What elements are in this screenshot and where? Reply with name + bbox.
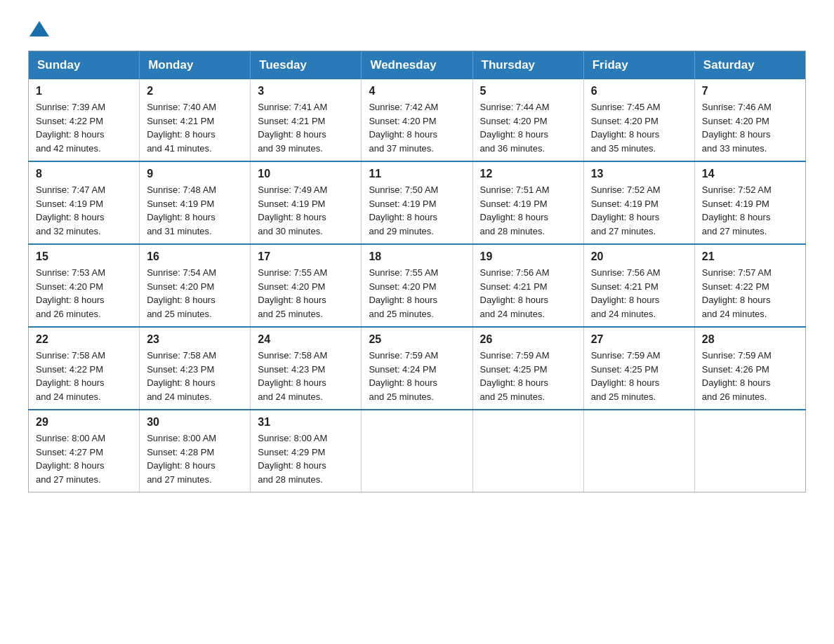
day-info: Sunrise: 7:52 AM Sunset: 4:19 PM Dayligh… bbox=[591, 183, 687, 238]
day-number: 19 bbox=[480, 250, 576, 263]
calendar-cell: 28 Sunrise: 7:59 AM Sunset: 4:26 PM Dayl… bbox=[694, 327, 805, 410]
day-number: 26 bbox=[480, 333, 576, 346]
day-number: 25 bbox=[369, 333, 465, 346]
day-info: Sunrise: 7:55 AM Sunset: 4:20 PM Dayligh… bbox=[369, 266, 465, 321]
day-info: Sunrise: 7:55 AM Sunset: 4:20 PM Dayligh… bbox=[258, 266, 354, 321]
calendar-cell: 27 Sunrise: 7:59 AM Sunset: 4:25 PM Dayl… bbox=[583, 327, 694, 410]
day-info: Sunrise: 7:46 AM Sunset: 4:20 PM Dayligh… bbox=[702, 100, 798, 155]
day-number: 13 bbox=[591, 168, 687, 180]
day-number: 29 bbox=[36, 416, 132, 429]
calendar-week-row: 22 Sunrise: 7:58 AM Sunset: 4:22 PM Dayl… bbox=[29, 327, 806, 410]
calendar-cell bbox=[472, 410, 583, 492]
calendar-table: SundayMondayTuesdayWednesdayThursdayFrid… bbox=[28, 51, 806, 492]
calendar-cell bbox=[694, 410, 805, 492]
day-info: Sunrise: 7:42 AM Sunset: 4:20 PM Dayligh… bbox=[369, 100, 465, 155]
calendar-week-row: 15 Sunrise: 7:53 AM Sunset: 4:20 PM Dayl… bbox=[29, 244, 806, 327]
calendar-cell: 5 Sunrise: 7:44 AM Sunset: 4:20 PM Dayli… bbox=[472, 79, 583, 161]
day-info: Sunrise: 7:44 AM Sunset: 4:20 PM Dayligh… bbox=[480, 100, 576, 155]
calendar-cell: 16 Sunrise: 7:54 AM Sunset: 4:20 PM Dayl… bbox=[140, 244, 251, 327]
day-number: 18 bbox=[369, 250, 465, 263]
day-number: 22 bbox=[36, 333, 132, 346]
calendar-cell: 3 Sunrise: 7:41 AM Sunset: 4:21 PM Dayli… bbox=[251, 79, 362, 161]
day-info: Sunrise: 7:51 AM Sunset: 4:19 PM Dayligh… bbox=[480, 183, 576, 238]
day-info: Sunrise: 7:58 AM Sunset: 4:23 PM Dayligh… bbox=[258, 349, 354, 403]
weekday-header-monday: Monday bbox=[140, 51, 251, 80]
calendar-cell: 26 Sunrise: 7:59 AM Sunset: 4:25 PM Dayl… bbox=[472, 327, 583, 410]
calendar-cell: 24 Sunrise: 7:58 AM Sunset: 4:23 PM Dayl… bbox=[251, 327, 362, 410]
day-number: 27 bbox=[591, 333, 687, 346]
day-info: Sunrise: 7:57 AM Sunset: 4:22 PM Dayligh… bbox=[702, 266, 798, 321]
calendar-cell: 18 Sunrise: 7:55 AM Sunset: 4:20 PM Dayl… bbox=[362, 244, 472, 327]
calendar-week-row: 1 Sunrise: 7:39 AM Sunset: 4:22 PM Dayli… bbox=[29, 79, 806, 161]
calendar-cell: 25 Sunrise: 7:59 AM Sunset: 4:24 PM Dayl… bbox=[362, 327, 472, 410]
day-number: 2 bbox=[147, 85, 243, 98]
day-info: Sunrise: 7:49 AM Sunset: 4:19 PM Dayligh… bbox=[258, 183, 354, 238]
day-info: Sunrise: 7:59 AM Sunset: 4:25 PM Dayligh… bbox=[591, 349, 687, 403]
day-number: 9 bbox=[147, 168, 243, 180]
day-number: 16 bbox=[147, 250, 243, 263]
weekday-header-tuesday: Tuesday bbox=[251, 51, 362, 80]
calendar-cell: 1 Sunrise: 7:39 AM Sunset: 4:22 PM Dayli… bbox=[29, 79, 140, 161]
day-number: 10 bbox=[258, 168, 354, 180]
weekday-header-thursday: Thursday bbox=[472, 51, 583, 80]
calendar-week-row: 29 Sunrise: 8:00 AM Sunset: 4:27 PM Dayl… bbox=[29, 410, 806, 492]
weekday-header-friday: Friday bbox=[583, 51, 694, 80]
day-info: Sunrise: 7:59 AM Sunset: 4:25 PM Dayligh… bbox=[480, 349, 576, 403]
calendar-cell: 15 Sunrise: 7:53 AM Sunset: 4:20 PM Dayl… bbox=[29, 244, 140, 327]
day-number: 11 bbox=[369, 168, 465, 180]
day-info: Sunrise: 7:56 AM Sunset: 4:21 PM Dayligh… bbox=[480, 266, 576, 321]
day-number: 12 bbox=[480, 168, 576, 180]
day-info: Sunrise: 7:50 AM Sunset: 4:19 PM Dayligh… bbox=[369, 183, 465, 238]
day-number: 20 bbox=[591, 250, 687, 263]
calendar-cell bbox=[583, 410, 694, 492]
day-info: Sunrise: 7:47 AM Sunset: 4:19 PM Dayligh… bbox=[36, 183, 132, 238]
day-number: 6 bbox=[591, 85, 687, 98]
calendar-cell: 20 Sunrise: 7:56 AM Sunset: 4:21 PM Dayl… bbox=[583, 244, 694, 327]
day-number: 1 bbox=[36, 85, 132, 98]
day-info: Sunrise: 7:58 AM Sunset: 4:22 PM Dayligh… bbox=[36, 349, 132, 403]
day-number: 8 bbox=[36, 168, 132, 180]
day-number: 5 bbox=[480, 85, 576, 98]
weekday-header-wednesday: Wednesday bbox=[362, 51, 472, 80]
calendar-cell: 22 Sunrise: 7:58 AM Sunset: 4:22 PM Dayl… bbox=[29, 327, 140, 410]
day-info: Sunrise: 7:54 AM Sunset: 4:20 PM Dayligh… bbox=[147, 266, 243, 321]
day-number: 4 bbox=[369, 85, 465, 98]
logo-area bbox=[28, 21, 51, 36]
calendar-cell: 14 Sunrise: 7:52 AM Sunset: 4:19 PM Dayl… bbox=[694, 161, 805, 244]
calendar-cell: 7 Sunrise: 7:46 AM Sunset: 4:20 PM Dayli… bbox=[694, 79, 805, 161]
day-number: 3 bbox=[258, 85, 354, 98]
day-info: Sunrise: 7:40 AM Sunset: 4:21 PM Dayligh… bbox=[147, 100, 243, 155]
calendar-cell: 10 Sunrise: 7:49 AM Sunset: 4:19 PM Dayl… bbox=[251, 161, 362, 244]
calendar-cell: 6 Sunrise: 7:45 AM Sunset: 4:20 PM Dayli… bbox=[583, 79, 694, 161]
day-info: Sunrise: 8:00 AM Sunset: 4:27 PM Dayligh… bbox=[36, 431, 132, 486]
day-info: Sunrise: 7:59 AM Sunset: 4:24 PM Dayligh… bbox=[369, 349, 465, 403]
calendar-cell bbox=[362, 410, 472, 492]
day-number: 21 bbox=[702, 250, 798, 263]
day-info: Sunrise: 7:52 AM Sunset: 4:19 PM Dayligh… bbox=[702, 183, 798, 238]
weekday-header-row: SundayMondayTuesdayWednesdayThursdayFrid… bbox=[29, 51, 806, 80]
day-number: 28 bbox=[702, 333, 798, 346]
day-number: 23 bbox=[147, 333, 243, 346]
day-info: Sunrise: 7:45 AM Sunset: 4:20 PM Dayligh… bbox=[591, 100, 687, 155]
calendar-cell: 4 Sunrise: 7:42 AM Sunset: 4:20 PM Dayli… bbox=[362, 79, 472, 161]
calendar-cell: 17 Sunrise: 7:55 AM Sunset: 4:20 PM Dayl… bbox=[251, 244, 362, 327]
calendar-cell: 12 Sunrise: 7:51 AM Sunset: 4:19 PM Dayl… bbox=[472, 161, 583, 244]
day-number: 24 bbox=[258, 333, 354, 346]
day-number: 7 bbox=[702, 85, 798, 98]
day-number: 30 bbox=[147, 416, 243, 429]
day-info: Sunrise: 7:48 AM Sunset: 4:19 PM Dayligh… bbox=[147, 183, 243, 238]
weekday-header-sunday: Sunday bbox=[29, 51, 140, 80]
day-info: Sunrise: 7:39 AM Sunset: 4:22 PM Dayligh… bbox=[36, 100, 132, 155]
page-header bbox=[28, 21, 806, 36]
calendar-cell: 30 Sunrise: 8:00 AM Sunset: 4:28 PM Dayl… bbox=[140, 410, 251, 492]
calendar-cell: 11 Sunrise: 7:50 AM Sunset: 4:19 PM Dayl… bbox=[362, 161, 472, 244]
day-info: Sunrise: 7:59 AM Sunset: 4:26 PM Dayligh… bbox=[702, 349, 798, 403]
calendar-cell: 9 Sunrise: 7:48 AM Sunset: 4:19 PM Dayli… bbox=[140, 161, 251, 244]
day-number: 17 bbox=[258, 250, 354, 263]
logo bbox=[28, 21, 51, 36]
calendar-cell: 13 Sunrise: 7:52 AM Sunset: 4:19 PM Dayl… bbox=[583, 161, 694, 244]
calendar-cell: 21 Sunrise: 7:57 AM Sunset: 4:22 PM Dayl… bbox=[694, 244, 805, 327]
logo-triangle-icon bbox=[29, 21, 49, 36]
calendar-cell: 8 Sunrise: 7:47 AM Sunset: 4:19 PM Dayli… bbox=[29, 161, 140, 244]
calendar-cell: 19 Sunrise: 7:56 AM Sunset: 4:21 PM Dayl… bbox=[472, 244, 583, 327]
